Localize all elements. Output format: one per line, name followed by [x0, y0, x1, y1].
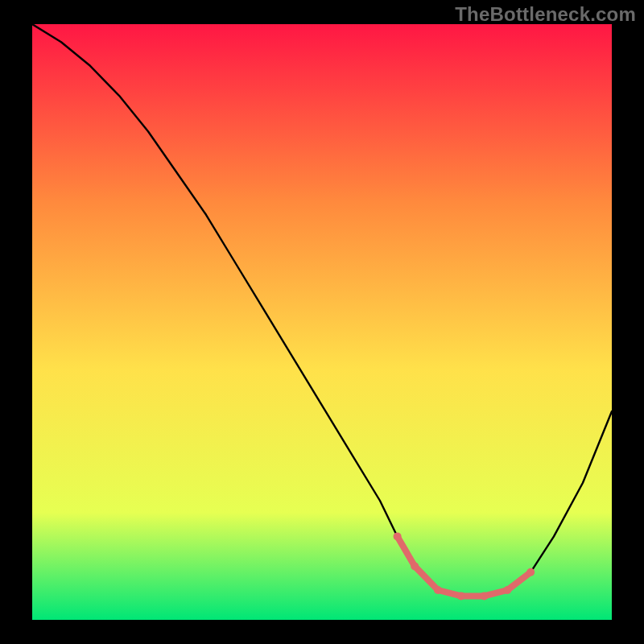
optimal-dot [434, 586, 442, 594]
optimal-dot [394, 532, 402, 540]
optimal-dot [481, 592, 489, 600]
optimal-dot [526, 568, 535, 576]
watermark-text: TheBottleneck.com [455, 3, 636, 26]
optimal-dot [503, 586, 511, 594]
optimal-dot [457, 592, 465, 600]
gradient-background [32, 24, 612, 620]
plot-area [32, 24, 612, 620]
optimal-dot [411, 562, 419, 570]
plot-svg [32, 24, 612, 620]
chart-stage: TheBottleneck.com [0, 0, 644, 644]
